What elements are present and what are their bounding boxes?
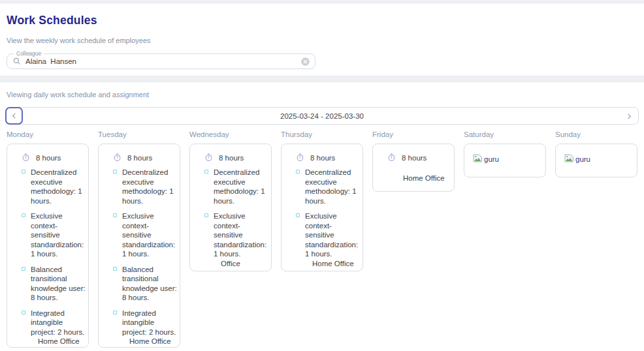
total-hours-row: 8 hours [15,153,86,162]
task-item: Integrated intangible project: 2 hours. [106,309,177,337]
section-label: Viewing daily work schedule and assignme… [7,91,637,99]
timer-icon [113,153,121,162]
page-subtitle: View the weekly work schedule of employe… [7,37,637,44]
location-label: Home Office [381,174,451,183]
task-bullet-icon [113,311,117,314]
chevron-right-icon [626,114,632,119]
task-bullet-icon [113,170,117,174]
day-column-friday: Friday 8 hours Home Office [372,130,455,348]
schedule-card-thursday: 8 hours Decentralized executive methodol… [281,144,363,271]
day-column-sunday: Sunday guru [555,130,637,348]
schedule-card-saturday: guru [464,144,546,177]
day-column-saturday: Saturday guru [464,130,546,348]
day-header: Thursday [281,130,363,138]
day-column-thursday: Thursday 8 hours Decentralized executive… [281,130,363,348]
task-bullet-icon [22,213,25,217]
broken-image-icon [564,153,574,165]
clear-icon[interactable] [300,57,310,67]
day-header: Friday [372,130,455,138]
task-bullet-icon [296,170,300,174]
task-bullet-icon [22,311,25,314]
task-bullet-icon [204,213,208,217]
day-column-wednesday: Wednesday 8 hours Decentralized executiv… [189,130,272,348]
schedule-card-wednesday: 8 hours Decentralized executive methodol… [189,144,272,271]
task-item: Decentralized executive methodology: 1 h… [289,168,360,206]
task-bullet-icon [204,170,208,174]
section-divider-band [0,76,644,82]
prev-week-button[interactable] [5,107,23,125]
broken-image-alt: guru [484,155,499,163]
total-hours-label: 8 hours [310,154,335,162]
colleague-search-input[interactable] [22,54,315,69]
broken-image-row: guru [564,153,634,165]
task-item: Decentralized executive methodology: 1 h… [15,168,86,206]
location-label: Office [198,259,268,269]
location-label: Home Office [289,259,360,269]
task-bullet-icon [22,170,25,174]
colleague-field-label: Colleague [14,50,44,57]
chevron-left-icon [11,113,17,119]
search-icon [12,57,22,66]
task-bullet-icon [113,267,117,271]
task-bullet-icon [22,267,25,271]
broken-image-row: guru [472,153,543,165]
task-item: Balanced transitional knowledge user: 8 … [15,265,86,303]
total-hours-row: 8 hours [198,153,268,162]
week-navigator: 2025-03-24 - 2025-03-30 [5,107,639,125]
broken-image-alt: guru [575,155,590,163]
day-header: Tuesday [98,130,180,138]
task-item: Exclusive context-sensitive standardizat… [106,211,177,259]
task-item: Exclusive context-sensitive standardizat… [15,211,86,259]
timer-icon [387,153,396,162]
day-header: Sunday [555,130,637,138]
schedule-card-sunday: guru [555,144,637,177]
colleague-search-field[interactable]: Colleague [7,53,315,69]
timer-icon [22,153,30,162]
task-item: Decentralized executive methodology: 1 h… [106,168,177,206]
day-header: Monday [7,130,89,138]
day-header: Saturday [464,130,546,138]
task-item: Decentralized executive methodology: 1 h… [198,168,268,206]
total-hours-row: 8 hours [289,153,360,162]
schedule-card-friday: 8 hours Home Office [372,144,455,192]
task-bullet-icon [113,213,117,217]
timer-icon [296,153,304,162]
schedule-card-tuesday: 8 hours Decentralized executive methodol… [98,144,180,348]
top-divider-bar [0,0,644,3]
task-item: Balanced transitional knowledge user: 8 … [106,265,177,303]
page-title: Work Schedules [7,14,637,27]
task-item: Exclusive context-sensitive standardizat… [198,211,268,259]
day-column-tuesday: Tuesday 8 hours Decentralized executive … [98,130,180,348]
task-bullet-icon [296,213,300,217]
total-hours-label: 8 hours [127,154,152,162]
day-column-monday: Monday 8 hours Decentralized executive m… [7,130,89,348]
location-label: Home Office [106,337,177,346]
total-hours-label: 8 hours [402,154,427,162]
total-hours-row: 8 hours [106,153,177,162]
task-item: Integrated intangible project: 2 hours. [15,309,86,337]
timer-icon [204,153,213,162]
total-hours-row: 8 hours [381,153,451,162]
page-header: Work Schedules View the weekly work sche… [0,14,644,69]
next-week-button[interactable] [620,108,637,125]
total-hours-label: 8 hours [36,154,61,162]
week-grid: Monday 8 hours Decentralized executive m… [0,130,644,348]
day-header: Wednesday [189,130,272,138]
week-range-label: 2025-03-24 - 2025-03-30 [280,112,364,120]
broken-image-icon [473,153,483,165]
location-label: Home Office [15,337,86,346]
schedule-card-monday: 8 hours Decentralized executive methodol… [7,144,89,348]
total-hours-label: 8 hours [219,154,244,162]
task-item: Exclusive context-sensitive standardizat… [289,211,360,259]
